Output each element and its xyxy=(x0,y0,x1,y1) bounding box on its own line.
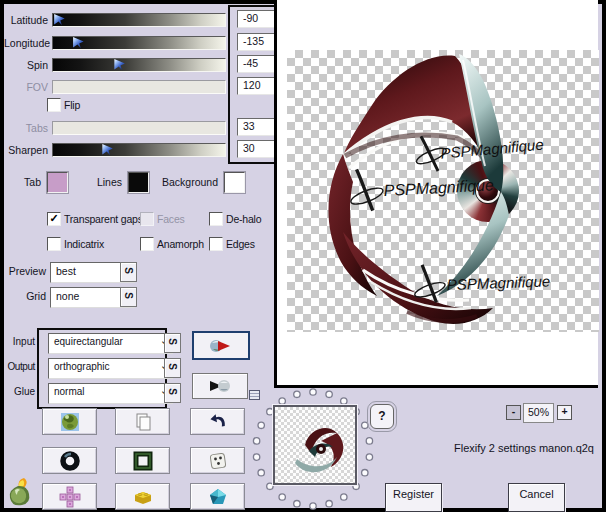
sharpen-slider-row: Sharpen 30 xyxy=(4,143,276,158)
cube-net-button[interactable] xyxy=(42,483,97,510)
fov-slider xyxy=(52,80,226,94)
output-cycle-button[interactable]: S xyxy=(164,358,181,378)
copy-pages-icon xyxy=(133,412,153,432)
polyhedron-button[interactable] xyxy=(190,483,245,510)
zoom-level: 50% xyxy=(523,403,554,423)
zoom-in-button[interactable]: + xyxy=(557,405,572,420)
dice-icon xyxy=(208,451,228,471)
input-select[interactable]: equirectangular ⌄ xyxy=(48,333,173,354)
svg-text:PSPMagnifique: PSPMagnifique xyxy=(447,272,551,293)
spin-label: Spin xyxy=(4,59,48,71)
sharpen-label: Sharpen xyxy=(4,144,48,156)
faces-checkbox xyxy=(140,212,154,226)
faces-label: Faces xyxy=(157,213,185,225)
background-color-swatch[interactable] xyxy=(224,172,245,193)
input-select-label: Input xyxy=(4,336,35,347)
ring-button[interactable] xyxy=(42,447,97,474)
indicatrix-label: Indicatrix xyxy=(64,238,104,250)
flip-checkbox[interactable] xyxy=(47,98,61,112)
green-frame-icon xyxy=(133,451,153,471)
edges-label: Edges xyxy=(226,238,255,250)
glue-select[interactable]: normal ⌄ xyxy=(48,383,173,404)
render-back-button[interactable] xyxy=(192,373,248,399)
grid-select-value: none xyxy=(56,290,79,302)
output-select-label: Output xyxy=(4,361,35,372)
flaming-pear-logo-icon xyxy=(4,476,42,512)
preview-cycle-button[interactable]: S xyxy=(120,262,137,282)
pink-cube-net-icon xyxy=(59,486,81,508)
flip-label: Flip xyxy=(64,99,80,111)
longitude-slider[interactable] xyxy=(52,36,226,50)
fov-value-field: 120 xyxy=(237,77,276,95)
latitude-label: Latitude xyxy=(4,14,48,26)
brick-button[interactable] xyxy=(115,483,170,510)
slider-thumb[interactable] xyxy=(73,37,84,49)
longitude-label: Longitude xyxy=(4,37,48,49)
de-halo-label: De-halo xyxy=(226,213,261,225)
dice-button[interactable] xyxy=(190,447,245,474)
glue-cycle-button[interactable]: S xyxy=(164,383,181,403)
slider-thumb[interactable] xyxy=(114,59,125,71)
glue-select-value: normal xyxy=(54,386,85,397)
spin-slider-row: Spin -45 xyxy=(4,58,276,73)
undo-arrow-icon xyxy=(208,412,228,432)
svg-text:PSPMagnifique: PSPMagnifique xyxy=(383,176,494,199)
latitude-slider[interactable] xyxy=(52,13,226,27)
tabs-value-field[interactable]: 33 xyxy=(237,118,276,136)
output-select-value: orthographic xyxy=(54,361,110,372)
sphere-red-arrow-icon xyxy=(208,338,234,354)
navigator-thumbnail[interactable] xyxy=(273,405,357,485)
latitude-value-field[interactable]: -90 xyxy=(237,10,276,28)
transparent-gaps-label: Transparent gaps xyxy=(64,213,143,225)
zoom-out-button[interactable]: - xyxy=(506,405,521,420)
globe-icon xyxy=(60,412,80,432)
cyan-polyhedron-icon xyxy=(208,487,228,507)
flexify-art-teal-watermarks: PSPMagnifique PSPMagnifique PSPMagnifiqu… xyxy=(287,50,599,332)
glue-select-label: Glue xyxy=(4,386,35,397)
watermark-bottom: PSPMagnifique xyxy=(412,260,550,303)
indicatrix-checkbox[interactable] xyxy=(47,237,61,251)
spin-slider[interactable] xyxy=(52,58,226,72)
cancel-button[interactable]: Cancel xyxy=(508,483,565,512)
transparent-gaps-checkbox[interactable]: ✓ xyxy=(47,212,61,226)
slider-thumb[interactable] xyxy=(54,14,65,26)
frame-button[interactable] xyxy=(115,447,170,474)
longitude-slider-row: Longitude -135 xyxy=(4,36,276,51)
black-ring-icon xyxy=(60,451,80,471)
input-cycle-button[interactable]: S xyxy=(164,333,181,353)
globe-button[interactable] xyxy=(42,408,97,435)
tabs-label: Tabs xyxy=(4,122,48,134)
arrow-sphere-icon xyxy=(207,378,233,394)
render-forward-button[interactable] xyxy=(192,331,250,360)
input-select-value: equirectangular xyxy=(54,336,123,347)
background-color-label: Background xyxy=(134,176,218,188)
undo-button[interactable] xyxy=(190,408,245,435)
spin-value-field[interactable]: -45 xyxy=(237,55,276,73)
preview-select-value: best xyxy=(56,265,76,277)
copy-button[interactable] xyxy=(115,408,170,435)
yellow-brick-icon xyxy=(132,487,154,507)
grid-cycle-button[interactable]: S xyxy=(120,287,137,307)
tabs-slider xyxy=(52,121,226,135)
preview-select-label: Preview xyxy=(4,265,46,277)
anamorph-checkbox[interactable] xyxy=(140,237,154,251)
tabs-slider-row: Tabs 33 xyxy=(4,121,276,136)
sharpen-value-field[interactable]: 30 xyxy=(237,140,276,158)
settings-filename: Flexify 2 settings manon.q2q xyxy=(454,442,594,454)
sharpen-slider[interactable] xyxy=(52,143,226,157)
latitude-slider-row: Latitude -90 xyxy=(4,13,276,28)
register-button[interactable]: Register xyxy=(385,483,442,512)
help-button[interactable]: ? xyxy=(370,404,394,429)
de-halo-checkbox[interactable] xyxy=(209,212,223,226)
grid-select-label: Grid xyxy=(4,290,46,302)
preview-canvas[interactable]: PSPMagnifique PSPMagnifique PSPMagnifiqu… xyxy=(287,50,599,332)
fov-label: FOV xyxy=(4,81,48,93)
slider-thumb[interactable] xyxy=(102,144,113,156)
fov-slider-row: FOV 120 xyxy=(4,80,276,95)
lines-color-label: Lines xyxy=(64,176,122,188)
thumbnail-art xyxy=(275,407,351,479)
edges-checkbox[interactable] xyxy=(209,237,223,251)
output-select[interactable]: orthographic ⌄ xyxy=(48,358,173,379)
longitude-value-field[interactable]: -135 xyxy=(237,33,276,51)
preview-pane: PSPMagnifique PSPMagnifique PSPMagnifiqu… xyxy=(274,0,598,388)
